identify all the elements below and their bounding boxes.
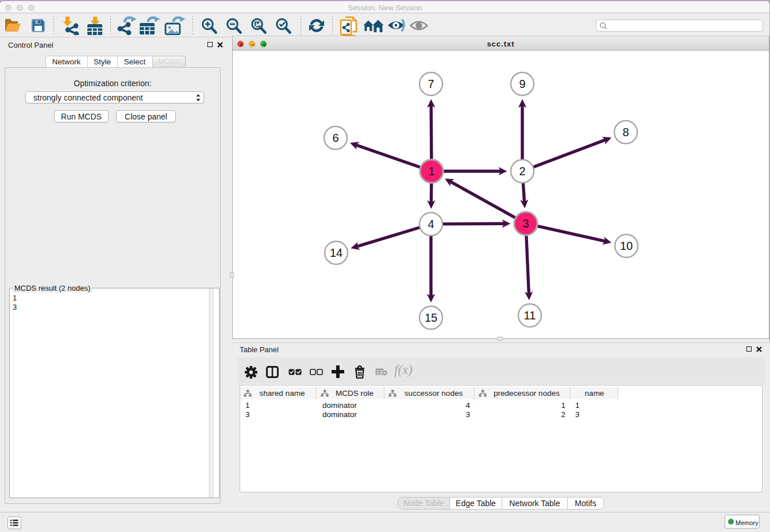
svg-text:15: 15 — [425, 311, 437, 324]
svg-text:10: 10 — [620, 240, 633, 252]
svg-text:1: 1 — [428, 165, 434, 178]
svg-text:9: 9 — [519, 78, 525, 90]
svg-text:11: 11 — [524, 309, 536, 322]
svg-text:3: 3 — [522, 217, 529, 230]
svg-text:7: 7 — [428, 78, 434, 90]
svg-text:2: 2 — [519, 165, 525, 178]
svg-text:14: 14 — [330, 246, 342, 259]
svg-text:6: 6 — [332, 132, 338, 144]
svg-text:8: 8 — [622, 126, 629, 138]
svg-text:4: 4 — [428, 218, 434, 230]
